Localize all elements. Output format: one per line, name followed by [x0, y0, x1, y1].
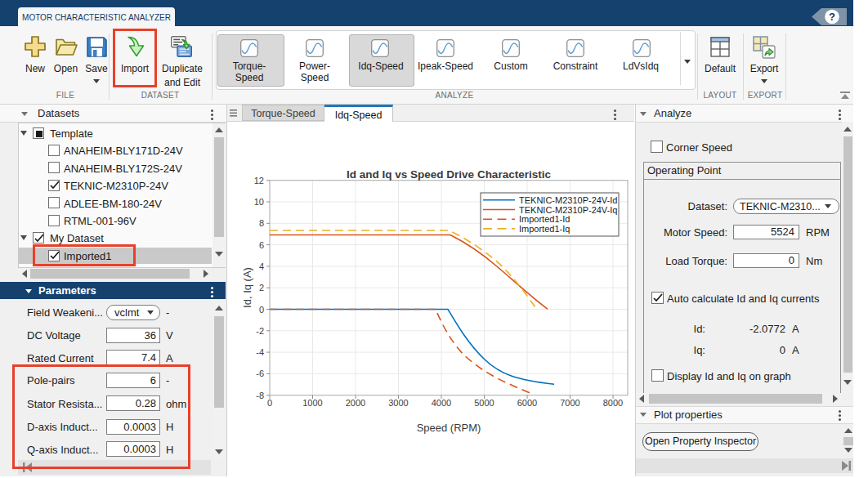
svg-text:8: 8 [259, 218, 264, 228]
svg-text:TEKNIC-M2310P-24V-Iq: TEKNIC-M2310P-24V-Iq [519, 205, 617, 215]
svg-text:4000: 4000 [432, 398, 451, 408]
svg-text:?: ? [829, 11, 835, 23]
svg-text:2000: 2000 [346, 398, 365, 408]
svg-text:Imported1-Id: Imported1-Id [519, 214, 570, 224]
svg-text:-6: -6 [256, 369, 264, 378]
svg-text:4: 4 [259, 261, 264, 271]
svg-text:5000: 5000 [474, 398, 494, 408]
svg-text:6: 6 [259, 240, 264, 250]
svg-text:-8: -8 [256, 391, 264, 400]
svg-text:10: 10 [254, 197, 264, 207]
svg-text:3000: 3000 [388, 398, 408, 408]
svg-text:Id and Iq vs Speed Drive Chara: Id and Iq vs Speed Drive Characteristic [347, 168, 551, 181]
svg-text:12: 12 [254, 176, 264, 185]
svg-text:8000: 8000 [603, 398, 623, 408]
svg-text:-2: -2 [256, 326, 264, 336]
svg-text:7000: 7000 [560, 398, 579, 408]
svg-text:6000: 6000 [517, 398, 537, 408]
svg-text:0: 0 [259, 305, 264, 315]
svg-text:2: 2 [259, 283, 264, 293]
svg-text:0: 0 [267, 398, 272, 408]
svg-text:Imported1-Iq: Imported1-Iq [519, 224, 570, 234]
svg-text:-4: -4 [256, 347, 264, 357]
svg-text:1000: 1000 [302, 398, 322, 408]
svg-text:Speed (RPM): Speed (RPM) [417, 422, 481, 434]
svg-text:Id, Iq (A): Id, Iq (A) [241, 267, 253, 308]
svg-text:TEKNIC-M2310P-24V-Id: TEKNIC-M2310P-24V-Id [519, 195, 617, 205]
